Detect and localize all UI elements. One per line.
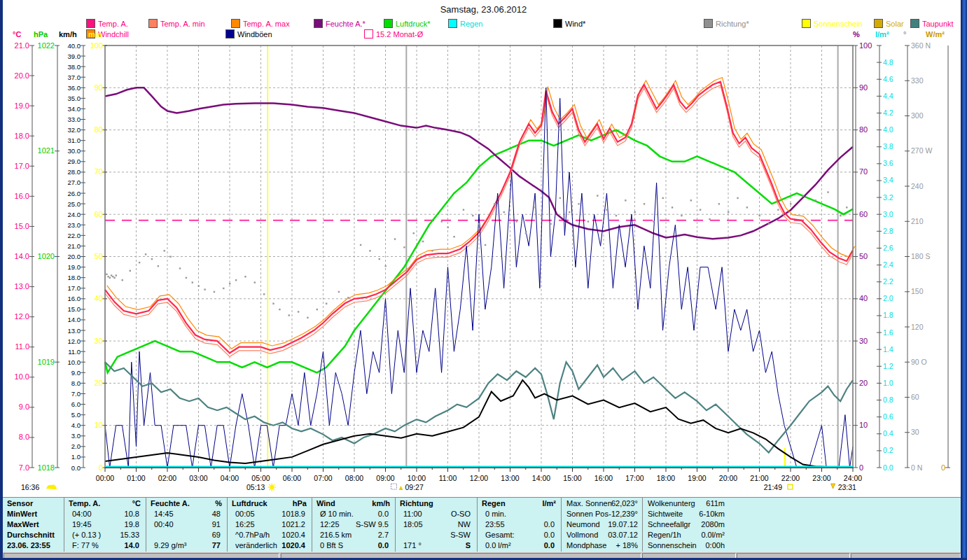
- svg-text:32.0: 32.0: [68, 126, 81, 134]
- richtung-dot: [746, 206, 748, 208]
- svg-text:17.0: 17.0: [15, 162, 29, 170]
- svg-text:14.0: 14.0: [15, 252, 29, 260]
- svg-text:15.0: 15.0: [15, 222, 29, 230]
- richtung-dot: [441, 220, 443, 222]
- richtung-dot: [338, 291, 340, 293]
- svg-text:2.6: 2.6: [883, 244, 893, 252]
- svg-text:1.4: 1.4: [883, 345, 893, 354]
- svg-text:30: 30: [911, 428, 919, 436]
- svg-text:40: 40: [95, 294, 103, 302]
- svg-text:18.0: 18.0: [15, 132, 29, 140]
- svg-text:8.0: 8.0: [19, 433, 29, 441]
- richtung-dot: [653, 220, 654, 222]
- svg-text:1.0: 1.0: [883, 379, 893, 387]
- event-time-label: 21:49: [764, 483, 782, 491]
- svg-text:30: 30: [859, 337, 868, 345]
- svg-text:33.0: 33.0: [68, 115, 81, 123]
- richtung-dot: [279, 309, 280, 310]
- table-value: S-SW: [400, 530, 471, 540]
- svg-text:20.0: 20.0: [68, 253, 81, 260]
- window-border-right: [961, 0, 967, 560]
- x-tick-label: 20:00: [719, 474, 737, 482]
- table-unit: °C: [69, 498, 141, 509]
- svg-text:80: 80: [859, 125, 868, 134]
- richtung-dot: [192, 281, 193, 283]
- table-value: 1020.4: [232, 540, 305, 551]
- svg-text:13.0: 13.0: [68, 327, 81, 335]
- svg-text:2.2: 2.2: [883, 277, 893, 286]
- svg-text:4.4: 4.4: [883, 92, 893, 100]
- richtung-dot: [737, 197, 738, 199]
- table-value: 48: [151, 509, 221, 519]
- richtung-dot: [615, 215, 617, 216]
- svg-text:29.0: 29.0: [68, 158, 81, 165]
- richtung-dot: [186, 277, 187, 279]
- svg-text:0.0: 0.0: [883, 463, 893, 472]
- svg-text:2.0: 2.0: [883, 294, 893, 302]
- table-value: 91: [151, 519, 221, 530]
- svg-text:120: 120: [911, 323, 924, 331]
- event-time-label: 05:13: [246, 483, 265, 491]
- svg-text:3.8: 3.8: [883, 142, 893, 150]
- richtung-dot: [145, 253, 146, 255]
- svg-text:40.0: 40.0: [68, 42, 81, 50]
- richtung-dot: [587, 220, 589, 222]
- x-tick-label: 13:00: [501, 474, 519, 482]
- richtung-dot: [413, 232, 415, 234]
- x-tick-label: 08:00: [345, 474, 363, 482]
- richtung-dot: [846, 206, 847, 208]
- richtung-dot: [718, 203, 720, 204]
- richtung-dot: [111, 274, 112, 276]
- svg-text:27.0: 27.0: [68, 178, 81, 186]
- table-value: 1021.2: [232, 519, 305, 530]
- x-tick-label: 23:00: [812, 474, 830, 482]
- richtung-dot: [690, 200, 692, 201]
- x-tick-label: 10:00: [408, 474, 426, 482]
- astro-value: + 18%: [566, 540, 638, 551]
- svg-text:2.4: 2.4: [883, 260, 893, 269]
- richtung-dot: [643, 203, 645, 204]
- svg-text:60: 60: [911, 393, 919, 401]
- table-header-sensor: Sensor: [7, 498, 62, 509]
- richtung-dot: [214, 291, 215, 293]
- weather-app-window: { "window": { "title": "Samstag, 23.06.2…: [0, 0, 967, 560]
- richtung-dot: [169, 256, 171, 258]
- richtung-dot: [223, 288, 224, 289]
- svg-text:7.0: 7.0: [71, 390, 81, 398]
- x-tick-label: 06:00: [283, 474, 301, 482]
- svg-text:6.0: 6.0: [71, 400, 81, 408]
- svg-text:10: 10: [95, 421, 103, 429]
- sunrise-icon: [268, 484, 276, 491]
- svg-text:12.0: 12.0: [15, 312, 29, 321]
- richtung-dot: [827, 191, 828, 192]
- svg-text:23.0: 23.0: [68, 221, 81, 229]
- svg-text:15.0: 15.0: [68, 305, 81, 313]
- table-value: 2.7: [316, 530, 389, 540]
- svg-text:1.6: 1.6: [883, 328, 893, 337]
- richtung-dot: [307, 317, 308, 318]
- x-tick-label: 14:00: [532, 474, 550, 482]
- corner-sun-icon: [46, 484, 57, 489]
- svg-text:11.0: 11.0: [68, 348, 81, 356]
- richtung-dot: [569, 211, 570, 213]
- richtung-dot: [503, 211, 505, 213]
- richtung-dot: [385, 265, 387, 267]
- svg-text:10.0: 10.0: [68, 358, 81, 366]
- extra-value: 0:00h: [648, 540, 725, 551]
- svg-text:1022: 1022: [38, 41, 55, 50]
- svg-text:0: 0: [99, 463, 103, 472]
- svg-text:0: 0: [941, 463, 945, 472]
- svg-text:20.0: 20.0: [15, 71, 29, 80]
- svg-text:21.0: 21.0: [68, 242, 81, 250]
- table-column-divider: [561, 498, 562, 552]
- richtung-dot: [709, 218, 710, 220]
- svg-text:3.0: 3.0: [883, 210, 893, 218]
- svg-text:90: 90: [95, 83, 103, 92]
- richtung-dot: [728, 211, 729, 213]
- svg-text:100: 100: [859, 41, 872, 50]
- x-tick-label: 00:00: [96, 474, 114, 482]
- svg-text:4.0: 4.0: [71, 421, 81, 429]
- richtung-dot: [840, 215, 841, 216]
- richtung-dot: [121, 279, 123, 281]
- richtung-dot: [431, 250, 433, 251]
